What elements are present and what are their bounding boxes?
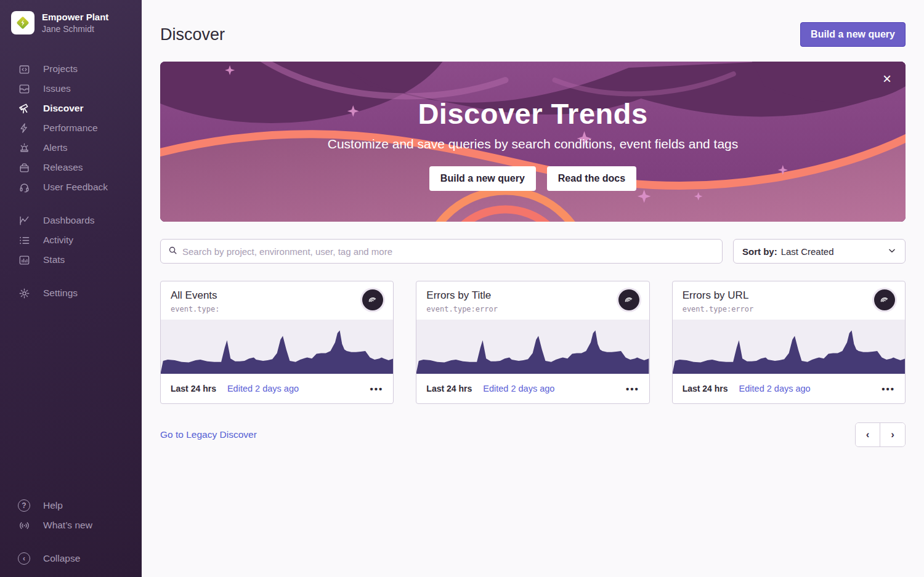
sidebar-item-label: Settings — [43, 288, 78, 299]
card-menu-icon[interactable]: ••• — [881, 384, 895, 394]
card-title: All Events — [171, 289, 219, 302]
banner-build-query-button[interactable]: Build a new query — [429, 166, 536, 191]
query-card-errors-by-title[interactable]: Errors by Title event.type:error Last 24… — [416, 281, 649, 404]
build-new-query-button[interactable]: Build a new query — [800, 22, 906, 47]
sidebar-item-collapse[interactable]: ‹ Collapse — [0, 549, 142, 568]
stats-icon — [17, 253, 31, 267]
user-feedback-icon — [17, 180, 31, 194]
sidebar-item-label: Stats — [43, 254, 65, 265]
empower-plant-logo-icon — [15, 15, 31, 31]
page-title: Discover — [160, 25, 225, 44]
card-menu-icon[interactable]: ••• — [626, 384, 639, 394]
issues-icon — [17, 82, 31, 95]
performance-icon — [17, 121, 31, 135]
search-bar — [160, 239, 723, 264]
sparkline-chart — [161, 320, 393, 374]
query-card-all-events[interactable]: All Events event.type: Last 24 hrs Edite… — [160, 281, 394, 404]
sort-label: Sort by: — [742, 246, 777, 257]
sparkline-chart — [416, 320, 649, 374]
sidebar-item-alerts[interactable]: Alerts — [0, 138, 142, 158]
sidebar-item-settings[interactable]: Settings — [0, 283, 142, 303]
org-name: Empower Plant — [42, 11, 108, 23]
sort-dropdown[interactable]: Sort by: Last Created — [733, 239, 906, 264]
dashboards-icon — [17, 214, 31, 227]
sidebar-item-projects[interactable]: Projects — [0, 59, 142, 79]
user-name: Jane Schmidt — [42, 23, 108, 34]
sidebar-item-label: Releases — [43, 162, 83, 173]
sentry-avatar-icon — [618, 289, 639, 310]
sort-value: Last Created — [781, 246, 834, 257]
sidebar-item-label: Projects — [43, 63, 78, 75]
sidebar-item-label: Help — [43, 500, 63, 511]
org-logo — [11, 11, 34, 34]
query-card-errors-by-url[interactable]: Errors by URL event.type:error Last 24 h… — [672, 281, 906, 404]
sidebar-footer: ? Help What’s new ‹ Collapse — [0, 496, 142, 577]
sidebar-item-performance[interactable]: Performance — [0, 118, 142, 138]
sidebar: Empower Plant Jane Schmidt Projects Issu… — [0, 0, 142, 577]
sidebar-item-discover[interactable]: Discover — [0, 99, 142, 118]
sidebar-item-label: Activity — [43, 235, 73, 246]
sentry-avatar-icon — [874, 289, 895, 310]
timeframe-label: Last 24 hrs — [426, 384, 472, 393]
collapse-icon: ‹ — [17, 552, 31, 565]
sidebar-item-user-feedback[interactable]: User Feedback — [0, 177, 142, 197]
next-page-button[interactable]: › — [880, 423, 905, 446]
sidebar-item-label: What’s new — [43, 520, 92, 531]
prev-page-button[interactable]: ‹ — [856, 423, 880, 446]
sparkline-chart — [673, 320, 905, 374]
sentry-avatar-icon — [362, 289, 383, 310]
sidebar-item-label: Collapse — [43, 553, 80, 564]
sidebar-item-label: Discover — [43, 103, 83, 114]
primary-nav: Projects Issues Discover Performance Ale… — [0, 59, 142, 303]
timeframe-label: Last 24 hrs — [683, 384, 728, 393]
card-query: event.type: — [171, 305, 219, 313]
card-query: event.type:error — [426, 305, 498, 313]
sidebar-item-issues[interactable]: Issues — [0, 79, 142, 99]
help-icon: ? — [17, 499, 31, 512]
pagination: ‹ › — [855, 422, 906, 447]
sidebar-item-label: Performance — [43, 123, 98, 134]
search-input[interactable] — [182, 246, 715, 257]
sidebar-item-help[interactable]: ? Help — [0, 496, 142, 515]
sidebar-item-label: Issues — [43, 83, 71, 94]
card-title: Errors by URL — [683, 289, 754, 302]
card-title: Errors by Title — [426, 289, 498, 302]
chevron-down-icon — [888, 246, 896, 257]
projects-icon — [17, 62, 31, 76]
settings-icon — [17, 286, 31, 300]
releases-icon — [17, 161, 31, 174]
banner-subtitle: Customize and save queries by search con… — [328, 137, 739, 151]
sidebar-item-dashboards[interactable]: Dashboards — [0, 211, 142, 230]
edited-label: Edited 2 days ago — [739, 384, 811, 393]
edited-label: Edited 2 days ago — [483, 384, 554, 393]
legacy-discover-link[interactable]: Go to Legacy Discover — [160, 429, 257, 440]
discover-trends-banner: × Discover Trends Customize and save que… — [160, 62, 906, 222]
discover-icon — [17, 102, 31, 115]
sidebar-item-releases[interactable]: Releases — [0, 158, 142, 177]
timeframe-label: Last 24 hrs — [171, 384, 216, 393]
broadcast-icon — [17, 518, 31, 532]
sidebar-item-label: Alerts — [43, 142, 68, 153]
banner-read-docs-button[interactable]: Read the docs — [547, 166, 636, 191]
card-menu-icon[interactable]: ••• — [370, 384, 384, 394]
edited-label: Edited 2 days ago — [227, 384, 299, 393]
alerts-icon — [17, 141, 31, 155]
search-icon — [168, 246, 177, 257]
card-query: event.type:error — [683, 305, 754, 313]
activity-icon — [17, 233, 31, 247]
sidebar-item-label: User Feedback — [43, 182, 108, 193]
sidebar-item-activity[interactable]: Activity — [0, 230, 142, 250]
sidebar-item-stats[interactable]: Stats — [0, 250, 142, 270]
org-switcher[interactable]: Empower Plant Jane Schmidt — [0, 0, 142, 46]
main-content: Discover Build a new query — [142, 0, 924, 447]
sidebar-item-whats-new[interactable]: What’s new — [0, 515, 142, 535]
banner-title: Discover Trends — [418, 97, 647, 131]
sidebar-item-label: Dashboards — [43, 215, 95, 226]
